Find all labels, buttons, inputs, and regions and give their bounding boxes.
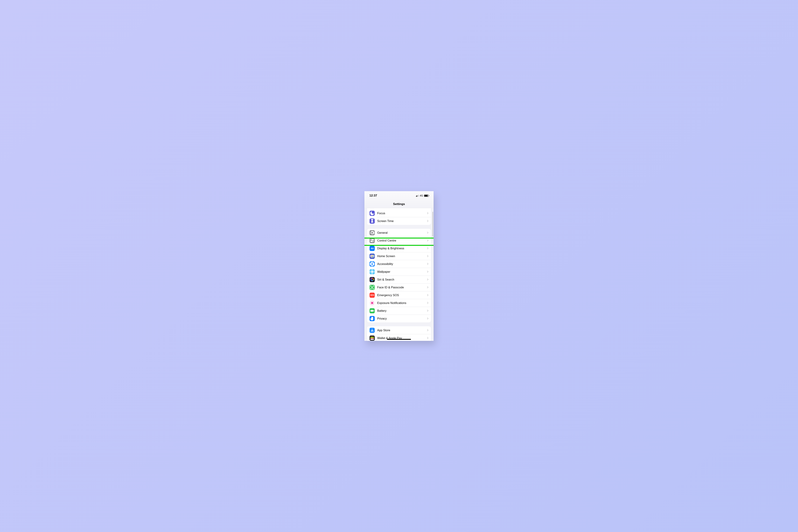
- wallet-icon: [369, 336, 375, 341]
- row-general[interactable]: General: [367, 229, 431, 236]
- moon-icon: [369, 211, 375, 216]
- svg-point-23: [373, 302, 373, 303]
- row-label: Accessibility: [377, 262, 427, 266]
- chevron-right-icon: [426, 286, 428, 288]
- row-privacy[interactable]: Privacy: [367, 315, 431, 322]
- row-siri-search[interactable]: Siri & Search: [367, 276, 431, 283]
- settings-scrollview[interactable]: Focus Screen Time General: [364, 208, 434, 341]
- row-label: Control Centre: [377, 239, 427, 242]
- status-time: 12:37: [369, 194, 377, 197]
- row-battery[interactable]: Battery: [367, 307, 431, 315]
- status-bar: 12:37 4G: [364, 191, 434, 200]
- settings-group-general: General Control Centre AA Display & Brig…: [367, 229, 431, 322]
- row-label: Screen Time: [377, 220, 427, 223]
- row-control-centre[interactable]: Control Centre: [367, 236, 431, 244]
- sos-icon: SOS: [369, 292, 375, 298]
- scroll-indicator: [433, 212, 433, 236]
- nav-bar: Settings: [364, 200, 434, 208]
- chevron-right-icon: [426, 255, 428, 257]
- text-size-icon: AA: [369, 246, 375, 251]
- battery-icon: [424, 194, 429, 197]
- exposure-icon: [369, 300, 375, 306]
- svg-point-10: [373, 271, 374, 272]
- chevron-right-icon: [426, 302, 428, 304]
- row-label: Battery: [377, 309, 427, 312]
- svg-rect-26: [370, 310, 374, 311]
- chevron-right-icon: [426, 212, 428, 214]
- chevron-right-icon: [426, 263, 428, 265]
- svg-rect-27: [374, 310, 374, 311]
- canvas-background: 12:37 4G Settings Focus: [275, 186, 523, 346]
- svg-point-5: [372, 262, 373, 263]
- settings-group-focus: Focus Screen Time: [367, 208, 431, 225]
- svg-point-8: [372, 272, 373, 274]
- svg-point-9: [370, 271, 371, 272]
- accessibility-icon: [369, 261, 375, 267]
- page-title: Settings: [393, 202, 405, 206]
- row-label: Siri & Search: [377, 278, 427, 281]
- chevron-right-icon: [426, 318, 428, 319]
- row-label: Home Screen: [377, 254, 427, 258]
- svg-point-25: [373, 303, 373, 304]
- appstore-icon: [369, 328, 375, 333]
- row-label: Focus: [377, 212, 427, 215]
- row-label: General: [377, 231, 427, 234]
- svg-point-7: [372, 269, 373, 271]
- row-app-store[interactable]: App Store: [367, 326, 431, 334]
- row-home-screen[interactable]: Home Screen: [367, 252, 431, 260]
- chevron-right-icon: [426, 294, 428, 296]
- app-grid-icon: [369, 253, 375, 259]
- chevron-right-icon: [426, 232, 428, 233]
- chevron-right-icon: [426, 240, 428, 241]
- svg-line-20: [371, 304, 371, 304]
- svg-point-13: [371, 302, 373, 304]
- row-label: Privacy: [377, 317, 427, 320]
- row-emergency-sos[interactable]: SOS Emergency SOS: [367, 291, 431, 299]
- row-label: Emergency SOS: [377, 293, 427, 297]
- chevron-right-icon: [426, 247, 428, 249]
- svg-rect-31: [370, 339, 374, 340]
- cellular-signal-icon: [416, 194, 419, 197]
- svg-point-12: [373, 287, 373, 287]
- svg-line-18: [371, 302, 371, 302]
- row-focus[interactable]: Focus: [367, 209, 431, 217]
- svg-point-3: [373, 241, 374, 242]
- network-label: 4G: [420, 194, 423, 197]
- face-id-icon: [369, 285, 375, 290]
- hand-icon: [369, 316, 375, 321]
- chevron-right-icon: [426, 271, 428, 272]
- row-label: Exposure Notifications: [377, 301, 427, 305]
- row-wallpaper[interactable]: Wallpaper: [367, 268, 431, 276]
- chevron-right-icon: [426, 337, 428, 339]
- svg-line-21: [373, 302, 374, 302]
- row-wallet-pay[interactable]: Wallet & Apple Pay: [367, 334, 431, 341]
- svg-point-11: [371, 287, 372, 287]
- flower-icon: [369, 269, 375, 274]
- svg-point-24: [371, 303, 371, 304]
- row-label: Display & Brightness: [377, 247, 427, 250]
- row-face-id-passcode[interactable]: Face ID & Passcode: [367, 283, 431, 291]
- toggles-icon: [369, 238, 375, 243]
- row-display-brightness[interactable]: AA Display & Brightness: [367, 244, 431, 252]
- row-label: App Store: [377, 329, 427, 332]
- chevron-right-icon: [426, 220, 428, 222]
- row-screen-time[interactable]: Screen Time: [367, 217, 431, 225]
- row-accessibility[interactable]: Accessibility: [367, 260, 431, 268]
- battery-icon: [369, 308, 375, 314]
- status-right-cluster: 4G: [416, 194, 429, 197]
- svg-point-6: [372, 271, 373, 272]
- iphone-screenshot: 12:37 4G Settings Focus: [364, 191, 434, 341]
- hourglass-icon: [369, 218, 375, 224]
- svg-point-22: [371, 302, 371, 303]
- chevron-right-icon: [426, 329, 428, 331]
- row-label: Wallpaper: [377, 270, 427, 273]
- row-exposure-notifications[interactable]: Exposure Notifications: [367, 299, 431, 307]
- svg-line-19: [373, 304, 374, 304]
- row-label: Face ID & Passcode: [377, 286, 427, 289]
- gear-icon: [369, 230, 375, 235]
- siri-icon: [369, 277, 375, 282]
- home-indicator: [387, 339, 411, 340]
- svg-point-1: [371, 239, 372, 240]
- chevron-right-icon: [426, 279, 428, 280]
- chevron-right-icon: [426, 310, 428, 311]
